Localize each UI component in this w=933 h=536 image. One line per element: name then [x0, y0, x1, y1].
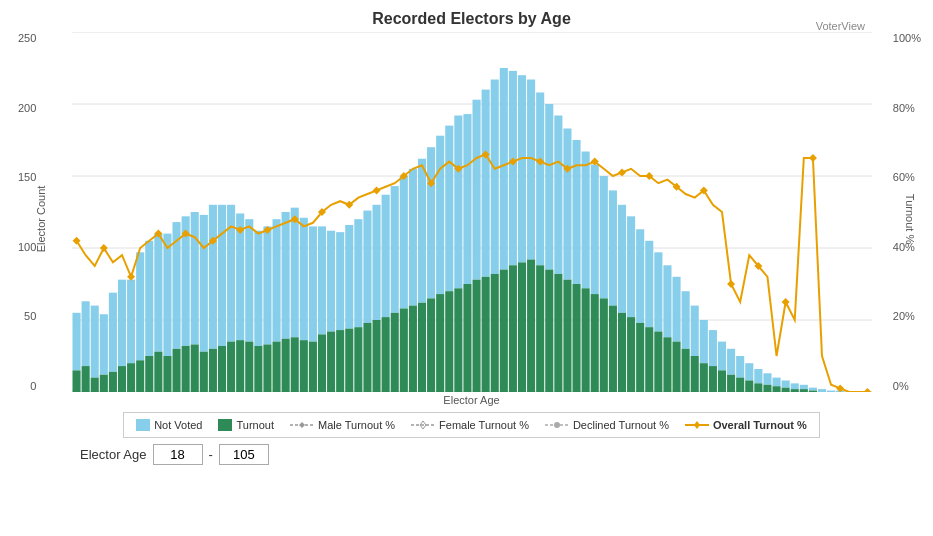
male-turnout-label: Male Turnout % — [318, 419, 395, 431]
svg-rect-11 — [90, 378, 98, 392]
svg-rect-157 — [754, 383, 762, 392]
svg-rect-66 — [345, 225, 353, 329]
svg-rect-132 — [645, 241, 653, 327]
age-separator: - — [209, 447, 213, 462]
svg-rect-139 — [672, 342, 680, 392]
svg-rect-93 — [463, 284, 471, 392]
svg-rect-146 — [708, 330, 716, 366]
svg-rect-51 — [272, 342, 280, 392]
svg-rect-114 — [563, 128, 571, 279]
svg-rect-83 — [417, 303, 425, 392]
svg-rect-87 — [436, 294, 444, 392]
chart-title: Recorded Electors by Age — [70, 10, 873, 28]
svg-rect-121 — [590, 294, 598, 392]
svg-rect-13 — [99, 375, 107, 392]
svg-rect-141 — [681, 349, 689, 392]
svg-rect-101 — [499, 270, 507, 392]
svg-rect-9 — [81, 366, 89, 392]
svg-rect-79 — [399, 308, 407, 392]
svg-rect-111 — [545, 270, 553, 392]
turnout-label: Turnout — [236, 419, 274, 431]
svg-marker-211 — [863, 388, 871, 392]
svg-rect-163 — [781, 388, 789, 392]
svg-rect-96 — [481, 90, 489, 277]
svg-rect-29 — [172, 349, 180, 392]
svg-rect-109 — [536, 265, 544, 392]
svg-rect-156 — [754, 369, 762, 383]
svg-rect-15 — [108, 372, 116, 392]
svg-rect-43 — [236, 340, 244, 392]
svg-rect-19 — [127, 363, 135, 392]
svg-rect-65 — [336, 330, 344, 392]
svg-rect-113 — [554, 274, 562, 392]
svg-rect-117 — [572, 284, 580, 392]
svg-marker-209 — [808, 154, 816, 162]
svg-rect-7 — [72, 370, 80, 392]
svg-rect-98 — [490, 80, 498, 274]
svg-rect-148 — [717, 342, 725, 371]
svg-rect-159 — [763, 385, 771, 392]
svg-rect-116 — [572, 140, 580, 284]
svg-rect-81 — [408, 306, 416, 392]
svg-rect-102 — [508, 71, 516, 265]
svg-rect-122 — [599, 176, 607, 298]
svg-marker-229 — [694, 421, 700, 429]
svg-marker-184 — [127, 273, 135, 281]
svg-rect-46 — [254, 231, 262, 346]
not-voted-swatch — [136, 419, 150, 431]
svg-rect-82 — [417, 159, 425, 303]
svg-rect-52 — [281, 212, 289, 339]
svg-rect-147 — [708, 366, 716, 392]
svg-rect-107 — [527, 260, 535, 392]
svg-rect-123 — [599, 298, 607, 392]
elector-age-max-input[interactable] — [219, 444, 269, 465]
svg-rect-61 — [317, 334, 325, 392]
svg-rect-164 — [790, 383, 798, 389]
svg-rect-145 — [699, 363, 707, 392]
svg-rect-58 — [308, 226, 316, 341]
svg-rect-88 — [445, 126, 453, 292]
svg-rect-55 — [290, 337, 298, 392]
svg-rect-112 — [554, 116, 562, 274]
svg-rect-105 — [517, 262, 525, 392]
svg-rect-168 — [808, 388, 816, 391]
svg-rect-84 — [427, 147, 435, 298]
svg-rect-74 — [381, 195, 389, 317]
svg-rect-153 — [736, 378, 744, 392]
x-axis-label: Elector Age — [72, 394, 872, 406]
svg-rect-18 — [127, 280, 135, 364]
svg-rect-155 — [745, 380, 753, 392]
female-turnout-line-icon — [411, 419, 435, 431]
svg-rect-144 — [699, 320, 707, 363]
svg-marker-202 — [618, 168, 626, 176]
svg-rect-80 — [408, 169, 416, 306]
elector-age-min-input[interactable] — [153, 444, 203, 465]
svg-rect-106 — [527, 80, 535, 260]
male-turnout-line-icon — [290, 419, 314, 431]
svg-rect-100 — [499, 68, 507, 270]
svg-marker-206 — [727, 280, 735, 288]
overall-turnout-line-icon — [685, 419, 709, 431]
svg-rect-137 — [663, 337, 671, 392]
svg-rect-34 — [199, 215, 207, 352]
svg-rect-6 — [72, 313, 80, 371]
svg-marker-208 — [781, 298, 789, 306]
svg-rect-150 — [727, 349, 735, 375]
svg-rect-86 — [436, 136, 444, 294]
svg-rect-127 — [617, 313, 625, 392]
svg-rect-90 — [454, 116, 462, 289]
legend-turnout: Turnout — [218, 419, 274, 431]
svg-rect-85 — [427, 298, 435, 392]
svg-rect-99 — [490, 274, 498, 392]
elector-age-row: Elector Age - — [80, 444, 873, 465]
svg-rect-24 — [154, 234, 162, 352]
svg-rect-49 — [263, 344, 271, 392]
svg-rect-47 — [254, 346, 262, 392]
svg-rect-94 — [472, 100, 480, 280]
svg-rect-126 — [617, 205, 625, 313]
svg-marker-223 — [299, 422, 305, 428]
svg-rect-70 — [363, 211, 371, 323]
legend-male-turnout: Male Turnout % — [290, 419, 395, 431]
svg-rect-131 — [636, 323, 644, 392]
svg-rect-128 — [627, 216, 635, 317]
